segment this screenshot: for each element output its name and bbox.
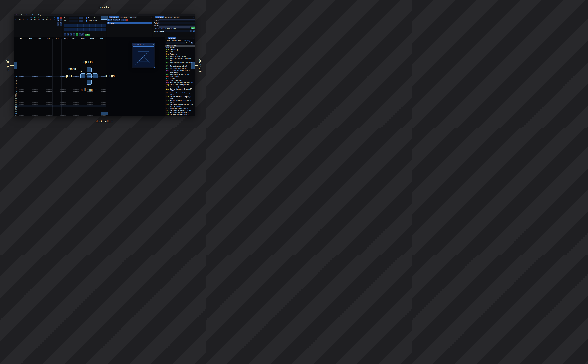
orders-change-mode-button[interactable]: ⇄ xyxy=(57,24,59,26)
split-target-right[interactable] xyxy=(93,73,98,78)
effect-row-03xx[interactable]: 03xxPortamento xyxy=(165,53,195,55)
effect-row-08xy[interactable]: 08xySet panning (x: left; y: right) xyxy=(165,67,195,69)
effect-list-menu-button[interactable]: ☰ xyxy=(191,42,193,44)
step-input[interactable] xyxy=(69,20,79,22)
pattern-row-20[interactable]: 20 xyxy=(14,113,106,115)
channel-header-fm-1[interactable]: FM 1 xyxy=(17,37,26,39)
close-icon[interactable]: × xyxy=(193,37,194,39)
orders-duplicate-button[interactable]: ⊞ xyxy=(57,19,59,21)
effect-row-05xy[interactable]: 05xyVolume slide + vibrato (compatibilit… xyxy=(165,57,195,61)
effect-row-06xy[interactable]: 06xyVolume slide + portamento (compatibi… xyxy=(165,61,195,65)
pattern-row-10[interactable]: 10 xyxy=(14,94,106,96)
channel-header-square-1[interactable]: Square 1 xyxy=(70,37,79,39)
make-tab-target[interactable] xyxy=(86,73,92,78)
effect-row-0bxx[interactable]: 0BxxJump to pattern xyxy=(165,75,195,77)
octave-decrease-button[interactable]: - xyxy=(79,17,81,19)
orders-column-s3[interactable]: S3 xyxy=(49,17,52,19)
menu-item-settings[interactable]: settings xyxy=(23,14,30,16)
orders-cell[interactable]: 00 xyxy=(26,19,29,21)
menu-item-help[interactable]: help xyxy=(37,14,42,16)
song-info-tab-subsongs[interactable]: Subsongs xyxy=(164,16,173,18)
orders-cell[interactable]: 00 xyxy=(30,19,33,21)
follow-pattern-checkbox[interactable]: ✓ xyxy=(86,20,87,22)
pattern-row-21[interactable]: 21 xyxy=(14,115,106,116)
effect-row-04xy[interactable]: 04xyVibrato (x: speed; y: depth) xyxy=(165,55,195,57)
effect-list-tab[interactable]: Effect List xyxy=(167,37,176,39)
instrument-open-button[interactable]: ▤ xyxy=(113,19,115,21)
effect-row-0dxx[interactable]: 0DxxJump to next pattern xyxy=(165,79,195,82)
channel-header-fm-6[interactable]: FM 6 xyxy=(61,37,70,39)
pattern-row-19[interactable]: 19 xyxy=(14,111,106,113)
edit-record-button[interactable]: ● xyxy=(76,33,78,36)
instrument-list-item[interactable]: - None - xyxy=(107,22,152,24)
orders-cell[interactable]: 00 xyxy=(18,19,21,21)
play-pattern-button[interactable]: ◉ xyxy=(67,33,69,36)
split-target-top[interactable] xyxy=(86,67,92,72)
orders-row[interactable]: 0000000000000000000000 xyxy=(14,19,58,21)
orders-remove-button[interactable]: − xyxy=(59,17,62,19)
piano-keyboard[interactable] xyxy=(64,24,106,32)
oscilloscope-window[interactable]: ▼ Oscilloscope (X-Y) × xyxy=(132,43,155,68)
orders-edit-cursor-button[interactable]: ↖ xyxy=(59,24,62,26)
split-target-left[interactable] xyxy=(80,73,86,78)
tab-list-dropdown-icon[interactable]: ▼ xyxy=(166,38,167,39)
effect-row-07xy[interactable]: 07xyTremolo (x: speed; y: depth) xyxy=(165,65,195,67)
menu-item-window[interactable]: window xyxy=(30,14,37,16)
orders-move-up-button[interactable]: ∧ xyxy=(59,19,62,21)
piano-upper-row[interactable] xyxy=(64,24,106,27)
channel-header-fm-2[interactable]: FM 2 xyxy=(26,37,35,39)
tuning-increase-button[interactable]: + xyxy=(193,30,195,32)
instrument-move-down-button[interactable]: ↓ xyxy=(123,19,126,21)
channel-header-fm-5[interactable]: FM 5 xyxy=(53,37,61,39)
orders-column-f1[interactable]: F1 xyxy=(18,17,21,19)
resize-grip[interactable] xyxy=(153,66,155,68)
oscilloscope-titlebar[interactable]: ▼ Oscilloscope (X-Y) × xyxy=(132,43,155,46)
pattern-row-9[interactable]: 9 xyxy=(14,92,106,94)
orders-add-button[interactable]: + xyxy=(57,17,59,19)
effect-row-19xx[interactable]: 19xxSet attack of all operators (0 to 1F… xyxy=(165,109,195,111)
effect-row-17xx[interactable]: 17xxToggle PCM mode (LEGACY) xyxy=(165,107,195,109)
pattern-row-14[interactable]: 14 xyxy=(14,102,106,104)
instruments-tab-instruments[interactable]: Instruments xyxy=(109,16,119,18)
pattern-row-12[interactable]: 12 xyxy=(14,98,106,100)
step-decrease-button[interactable]: - xyxy=(79,20,81,22)
instrument-duplicate-button[interactable]: ⊞ xyxy=(110,19,112,21)
effect-row-0fxx[interactable]: 0FxxSet speed (speed 2 if no grooves exi… xyxy=(165,82,195,84)
effect-search-input[interactable] xyxy=(166,42,185,44)
system-auto-button[interactable]: Auto xyxy=(191,27,195,29)
octave-input[interactable] xyxy=(69,17,79,19)
close-icon[interactable]: × xyxy=(151,16,152,18)
close-icon[interactable]: × xyxy=(193,16,194,18)
instruments-tab-wavetables[interactable]: Wavetables xyxy=(119,16,129,18)
orders-column-f5[interactable]: F5 xyxy=(33,17,37,19)
instrument-delete-button[interactable]: × xyxy=(126,19,128,21)
instruments-tab-samples[interactable]: Samples xyxy=(129,16,137,18)
channel-header-fm-4[interactable]: FM 4 xyxy=(44,37,53,39)
orders-cell[interactable]: 00 xyxy=(37,19,41,21)
piano-lower-row[interactable] xyxy=(64,28,106,31)
instrument-save-button[interactable]: ▦ xyxy=(115,19,118,21)
channel-header-noise[interactable]: Noise xyxy=(97,37,106,39)
orders-cell[interactable]: 00 xyxy=(22,19,25,21)
metronome-button[interactable]: ♪ xyxy=(79,33,81,36)
song-author-input[interactable] xyxy=(159,22,195,24)
pattern-row-13[interactable]: 13 xyxy=(14,100,106,102)
poly-button[interactable]: Poly xyxy=(85,33,90,36)
orders-cell[interactable]: 00 xyxy=(45,19,48,21)
orders-column-n0[interactable]: N0 xyxy=(53,17,56,19)
pattern-row-4[interactable]: 4 xyxy=(14,83,106,85)
effect-row-13xx[interactable]: 13xxSet level of operator 2 (0 highest, … xyxy=(165,92,195,96)
instrument-move-up-button[interactable]: ↑ xyxy=(121,19,123,21)
song-info-tab-speed[interactable]: Speed xyxy=(173,16,180,18)
pattern-row-15[interactable]: 15 xyxy=(14,104,106,105)
pattern-row-17[interactable]: 17 xyxy=(14,107,106,109)
orders-move-to-bottom-button[interactable]: ⇓ xyxy=(59,22,62,24)
effect-row-1cxx[interactable]: 1CxxSet attack of operator 3 (0 to 1F) xyxy=(165,116,195,116)
orders-cell[interactable]: 00 xyxy=(53,19,56,21)
song-album-input[interactable] xyxy=(159,25,195,27)
orders-column-f6[interactable]: F6 xyxy=(37,17,41,19)
effect-row-10xy[interactable]: 10xySetup LFO (x: enable; y: speed) xyxy=(165,84,195,86)
close-icon[interactable]: × xyxy=(153,44,154,45)
orders-cell[interactable]: 00 xyxy=(33,19,37,21)
pattern-row-1[interactable]: 1 xyxy=(14,78,106,79)
